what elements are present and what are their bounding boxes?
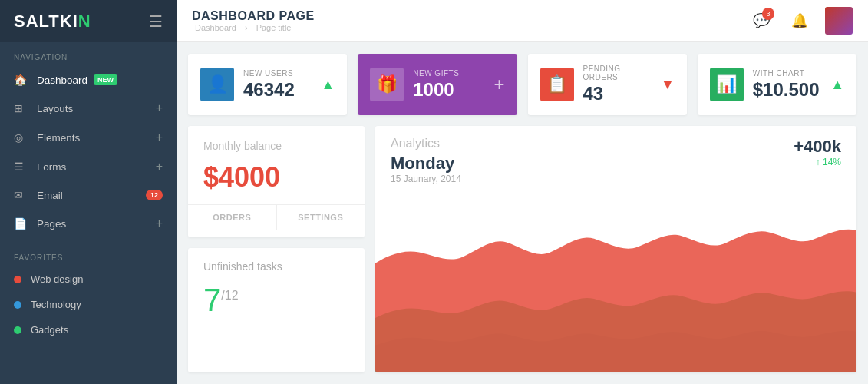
analytics-right: +400k ↑ 14% xyxy=(794,137,841,167)
email-icon: ✉ xyxy=(14,189,29,201)
sidebar-item-label: Layouts xyxy=(37,103,73,114)
main-content: DASHBOARD PAGE Dashboard › Page title 💬 … xyxy=(177,0,868,384)
analytics-title: Analytics xyxy=(391,137,461,151)
favorite-webdesign[interactable]: Web design xyxy=(0,266,177,292)
bottom-row: Monthly balance $4000 ORDERS SETTINGS Un… xyxy=(188,126,856,372)
pending-orders-value: 43 xyxy=(583,83,652,104)
topbar-right: 💬 3 🔔 xyxy=(748,7,853,35)
balance-amount: $4000 xyxy=(203,161,349,194)
logo-accent: N xyxy=(78,12,91,31)
sidebar-item-label: Dashboard xyxy=(37,74,87,86)
analytics-header: Analytics Monday 15 Jaunary, 2014 +400k … xyxy=(375,126,856,190)
tasks-count: 7/12 xyxy=(203,282,349,319)
sidebar-item-dashboard[interactable]: 🏠 Dashboard NEW xyxy=(0,66,177,94)
tasks-number: 7 xyxy=(203,282,221,318)
tasks-card: Unfinished tasks 7/12 xyxy=(188,248,365,372)
balance-tabs: ORDERS SETTINGS xyxy=(188,204,365,230)
new-gifts-icon: 🎁 xyxy=(370,68,404,101)
breadcrumb-page: Page title xyxy=(256,23,292,32)
new-badge: NEW xyxy=(94,74,117,85)
analytics-day: Monday xyxy=(391,154,461,174)
home-icon: 🏠 xyxy=(14,74,29,86)
plus-icon: + xyxy=(156,217,163,230)
tasks-total: /12 xyxy=(221,289,238,302)
breadcrumb: Dashboard › Page title xyxy=(192,23,315,32)
stat-card-with-chart: 📊 WITH CHART $10.500 ▲ xyxy=(698,54,856,115)
favorites-label: FAVORITES xyxy=(0,243,177,266)
sidebar-item-label: Forms xyxy=(37,161,66,173)
balance-card: Monthly balance $4000 ORDERS SETTINGS xyxy=(188,126,365,237)
fav-dot-technology xyxy=(14,301,21,309)
fav-dot-webdesign xyxy=(14,276,21,283)
favorite-technology[interactable]: Technology xyxy=(0,292,177,317)
hamburger-icon[interactable]: ☰ xyxy=(149,12,163,31)
with-chart-value: $10.500 xyxy=(753,79,821,101)
sidebar-header: SALTKIN ☰ xyxy=(0,0,177,42)
breadcrumb-sep: › xyxy=(245,23,248,32)
analytics-date: 15 Jaunary, 2014 xyxy=(391,174,461,184)
email-badge: 12 xyxy=(146,190,163,200)
pages-icon: 📄 xyxy=(14,217,29,230)
new-users-icon: 👤 xyxy=(200,68,234,101)
stat-card-new-users: 👤 NEW USERS 46342 ▲ xyxy=(188,54,347,115)
bell-icon: 🔔 xyxy=(791,12,808,29)
settings-tab[interactable]: SETTINGS xyxy=(277,205,365,230)
new-gifts-body: NEW GIFTS 1000 xyxy=(413,69,484,101)
stat-cards-row: 👤 NEW USERS 46342 ▲ 🎁 NEW GIFTS 1000 + 📋 xyxy=(188,54,856,115)
new-gifts-label: NEW GIFTS xyxy=(413,69,484,78)
new-users-value: 46342 xyxy=(243,79,312,101)
sidebar-item-email[interactable]: ✉ Email 12 xyxy=(0,181,177,209)
nav-label: NAVIGATION xyxy=(0,42,177,66)
new-gifts-plus: + xyxy=(493,74,504,95)
fav-dot-gadgets xyxy=(14,326,21,334)
elements-icon: ◎ xyxy=(14,131,29,144)
topbar-left: DASHBOARD PAGE Dashboard › Page title xyxy=(192,9,315,32)
plus-icon: + xyxy=(156,131,163,144)
plus-icon: + xyxy=(156,101,163,115)
analytics-big-stat: +400k xyxy=(794,137,841,157)
new-users-body: NEW USERS 46342 xyxy=(243,69,312,101)
left-panel: Monthly balance $4000 ORDERS SETTINGS Un… xyxy=(188,126,365,372)
analytics-chart xyxy=(375,190,856,372)
analytics-left: Analytics Monday 15 Jaunary, 2014 xyxy=(391,137,461,184)
chat-badge: 3 xyxy=(762,8,774,20)
sidebar-item-layouts[interactable]: ⊞ Layouts + xyxy=(0,94,177,123)
favorite-gadgets[interactable]: Gadgets xyxy=(0,317,177,343)
chat-button[interactable]: 💬 3 xyxy=(748,8,774,34)
new-gifts-value: 1000 xyxy=(413,79,484,101)
plus-icon: + xyxy=(156,160,163,174)
new-users-arrow: ▲ xyxy=(321,77,335,93)
sidebar-item-pages[interactable]: 📄 Pages + xyxy=(0,209,177,238)
layouts-icon: ⊞ xyxy=(14,102,29,114)
orders-tab[interactable]: ORDERS xyxy=(188,205,277,230)
sidebar-item-label: Pages xyxy=(37,218,66,230)
with-chart-arrow: ▲ xyxy=(830,77,844,93)
avatar[interactable] xyxy=(825,7,853,35)
logo: SALTKIN xyxy=(14,12,91,31)
with-chart-body: WITH CHART $10.500 xyxy=(753,69,821,101)
fav-label: Technology xyxy=(31,299,81,310)
chart-area xyxy=(375,190,856,372)
pending-orders-arrow: ▼ xyxy=(661,77,675,93)
sidebar: SALTKIN ☰ NAVIGATION 🏠 Dashboard NEW ⊞ L… xyxy=(0,0,177,384)
fav-label: Gadgets xyxy=(31,324,68,336)
stat-card-pending-orders: 📋 PENDING ORDERS 43 ▼ xyxy=(528,54,687,115)
sidebar-item-label: Elements xyxy=(37,132,80,144)
sidebar-item-forms[interactable]: ☰ Forms + xyxy=(0,152,177,181)
pending-orders-icon: 📋 xyxy=(540,68,574,101)
topbar: DASHBOARD PAGE Dashboard › Page title 💬 … xyxy=(177,0,868,42)
balance-title: Monthly balance xyxy=(203,140,349,152)
sidebar-item-label: Email xyxy=(37,190,63,201)
analytics-pct: ↑ 14% xyxy=(794,157,841,167)
sidebar-item-elements[interactable]: ◎ Elements + xyxy=(0,123,177,152)
bell-button[interactable]: 🔔 xyxy=(787,8,813,34)
with-chart-label: WITH CHART xyxy=(753,69,821,78)
content-area: 👤 NEW USERS 46342 ▲ 🎁 NEW GIFTS 1000 + 📋 xyxy=(177,42,868,384)
with-chart-icon: 📊 xyxy=(710,68,744,101)
new-users-label: NEW USERS xyxy=(243,69,312,78)
stat-card-new-gifts: 🎁 NEW GIFTS 1000 + xyxy=(358,54,517,115)
analytics-panel: Analytics Monday 15 Jaunary, 2014 +400k … xyxy=(375,126,856,372)
forms-icon: ☰ xyxy=(14,161,29,173)
tasks-title: Unfinished tasks xyxy=(203,260,349,273)
pending-orders-body: PENDING ORDERS 43 xyxy=(583,65,652,104)
